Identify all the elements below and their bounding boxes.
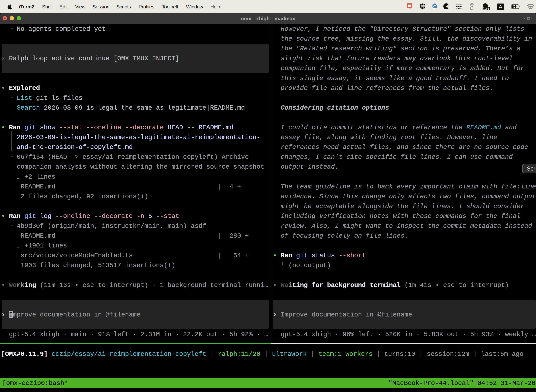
svg-text:A: A <box>499 4 502 9</box>
svg-text:..61: ..61 <box>484 7 489 10</box>
